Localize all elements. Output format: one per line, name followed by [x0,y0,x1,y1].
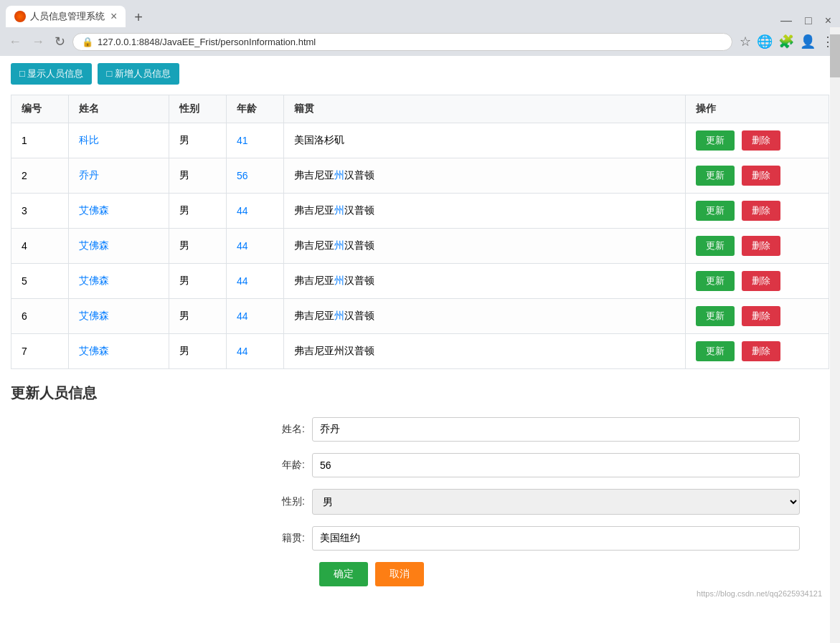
delete-button[interactable]: 删除 [742,271,780,291]
add-info-button[interactable]: □ 新增人员信息 [98,63,179,85]
name-input[interactable] [312,417,800,442]
cell-id: 2 [11,158,69,194]
cell-name: 科比 [69,123,169,158]
scrollbar-thumb[interactable] [830,34,840,77]
update-button[interactable]: 更新 [696,130,735,151]
update-button[interactable]: 更新 [696,201,735,221]
back-button[interactable]: ← [6,33,24,51]
browser-tab[interactable]: 人员信息管理系统 × [6,6,126,27]
cell-action: 更新 删除 [686,229,829,264]
age-link: 44 [237,310,248,322]
hometown-input[interactable] [312,526,800,551]
cell-hometown: 弗吉尼亚州汉普顿 [284,229,686,264]
name-link[interactable]: 科比 [79,134,99,146]
cell-age: 44 [227,334,284,369]
cell-name: 艾佛森 [69,264,169,299]
action-buttons: □ 显示人员信息 □ 新增人员信息 [11,63,829,85]
name-row: 姓名: [11,417,829,442]
globe-icon[interactable]: 🌐 [757,34,773,49]
tab-close-button[interactable]: × [110,11,117,22]
update-button[interactable]: 更新 [696,306,735,326]
scrollbar-track[interactable] [830,27,840,608]
table-header-row: 编号 姓名 性别 年龄 籍贯 操作 [11,95,829,123]
delete-button[interactable]: 删除 [742,306,780,326]
cell-age: 44 [227,229,284,264]
th-name: 姓名 [69,95,169,123]
name-link[interactable]: 乔丹 [79,169,99,181]
cell-gender: 男 [169,264,227,299]
form-title: 更新人员信息 [11,384,829,403]
update-button[interactable]: 更新 [696,271,735,291]
cell-name: 乔丹 [69,158,169,194]
cell-action: 更新 删除 [686,194,829,229]
cell-gender: 男 [169,123,227,158]
maximize-button[interactable]: □ [802,14,815,27]
age-link: 41 [237,135,248,146]
minimize-button[interactable]: — [778,14,795,27]
th-gender: 性别 [169,95,227,123]
age-link: 44 [237,240,248,252]
update-button[interactable]: 更新 [696,166,735,186]
cell-action: 更新 删除 [686,264,829,299]
name-link[interactable]: 艾佛森 [79,239,109,251]
cell-id: 1 [11,123,69,158]
cell-age: 44 [227,299,284,334]
cell-gender: 男 [169,229,227,264]
cell-gender: 男 [169,334,227,369]
th-action: 操作 [686,95,829,123]
name-link[interactable]: 艾佛森 [79,275,109,286]
age-link: 44 [237,205,248,216]
cell-id: 3 [11,194,69,229]
age-input[interactable] [312,453,800,477]
extension-icon[interactable]: 🧩 [778,34,794,49]
age-link: 56 [237,170,248,181]
cell-hometown: 弗吉尼亚州汉普顿 [284,334,686,369]
show-info-button[interactable]: □ 显示人员信息 [11,63,92,85]
cell-action: 更新 删除 [686,299,829,334]
cell-id: 7 [11,334,69,369]
confirm-button[interactable]: 确定 [319,562,368,586]
reload-button[interactable]: ↻ [52,32,68,51]
update-button[interactable]: 更新 [696,341,735,361]
cell-id: 4 [11,229,69,264]
gender-row: 性别: 男 女 [11,489,829,515]
cell-id: 6 [11,299,69,334]
cell-hometown: 弗吉尼亚州汉普顿 [284,158,686,194]
cell-name: 艾佛森 [69,229,169,264]
profile-icon[interactable]: 👤 [800,34,816,49]
watermark: https://blog.csdn.net/qq2625934121 [11,586,829,601]
cell-name: 艾佛森 [69,194,169,229]
hometown-row: 籍贯: [11,526,829,551]
cell-action: 更新 删除 [686,123,829,158]
new-tab-button[interactable]: + [130,9,147,26]
cell-age: 44 [227,264,284,299]
delete-button[interactable]: 删除 [742,341,780,361]
bookmark-icon[interactable]: ☆ [740,34,751,49]
cell-gender: 男 [169,194,227,229]
update-button[interactable]: 更新 [696,236,735,256]
table-row: 7 艾佛森 男 44 弗吉尼亚州汉普顿 更新 删除 [11,334,829,369]
delete-button[interactable]: 删除 [742,236,780,256]
age-label: 年龄: [18,459,312,472]
cell-name: 艾佛森 [69,334,169,369]
name-link[interactable]: 艾佛森 [79,204,109,216]
cell-gender: 男 [169,299,227,334]
name-label: 姓名: [18,423,312,436]
age-row: 年龄: [11,453,829,477]
delete-button[interactable]: 删除 [742,130,780,151]
address-bar[interactable]: 🔒 127.0.0.1:8848/JavaEE_Frist/personInfo… [72,33,732,51]
cell-age: 41 [227,123,284,158]
table-row: 3 艾佛森 男 44 弗吉尼亚州汉普顿 更新 删除 [11,194,829,229]
window-close-button[interactable]: × [822,14,834,27]
hometown-label: 籍贯: [18,532,312,545]
address-text: 127.0.0.1:8848/JavaEE_Frist/personInform… [98,37,316,47]
name-link[interactable]: 艾佛森 [79,310,109,321]
delete-button[interactable]: 删除 [742,201,780,221]
cell-hometown: 弗吉尼亚州汉普顿 [284,264,686,299]
delete-button[interactable]: 删除 [742,166,780,186]
cancel-button[interactable]: 取消 [375,562,424,586]
name-link[interactable]: 艾佛森 [79,345,109,356]
forward-button[interactable]: → [29,33,47,51]
cell-name: 艾佛森 [69,299,169,334]
gender-select[interactable]: 男 女 [312,489,800,515]
